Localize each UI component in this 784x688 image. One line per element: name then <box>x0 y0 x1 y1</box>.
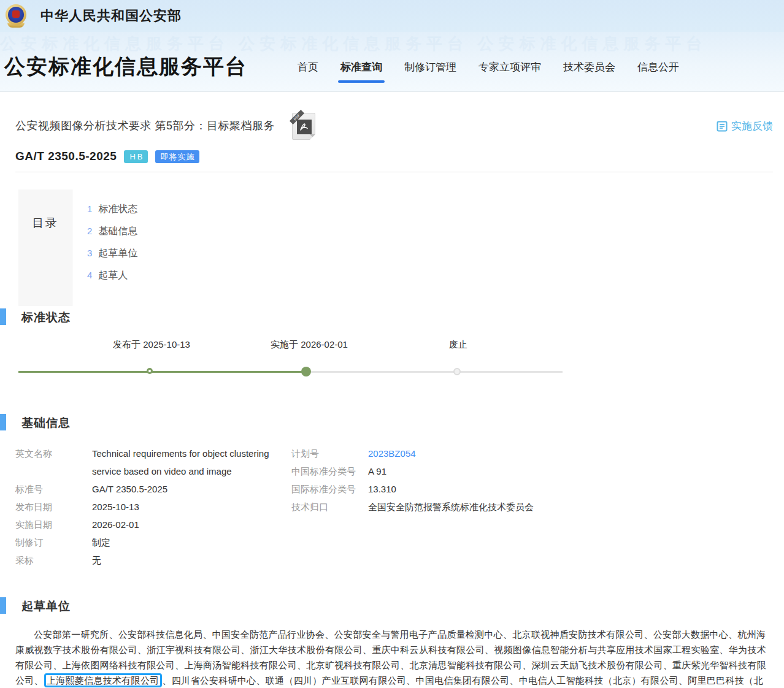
police-emblem-icon <box>5 4 27 28</box>
info-value: 全国安全防范报警系统标准化技术委员会 <box>368 498 534 516</box>
badge-upcoming-implementation: 即将实施 <box>155 150 199 163</box>
toc-title: 目录 <box>18 189 72 306</box>
standard-number: GA/T 2350.5-2025 <box>15 150 117 163</box>
header-divider <box>15 172 773 172</box>
info-row-china-classification: 中国标准分类号 A 91 <box>291 462 684 480</box>
info-row-ics-classification: 国际标准分类号 13.310 <box>291 480 684 498</box>
toc-item-label[interactable]: 基础信息 <box>98 226 137 236</box>
nav-item-expert-review[interactable]: 专家立项评审 <box>478 60 541 83</box>
toc-item-number: 3 <box>87 248 92 258</box>
nav-item-standard-query[interactable]: 标准查询 <box>340 60 382 83</box>
site-title: 公安标准化信息服务平台 <box>4 53 247 81</box>
section-standard-status: 标准状态 发布于 2025-10-13 实施于 2026-02-01 废止 <box>15 310 773 387</box>
standard-title: 公安视频图像分析技术要求 第5部分：目标聚档服务 <box>15 118 275 134</box>
info-row-plan-number: 计划号 2023BZ054 <box>291 445 684 462</box>
status-timeline: 发布于 2025-10-13 实施于 2026-02-01 废止 <box>18 339 563 387</box>
info-row-adoption: 采标 无 <box>15 551 291 569</box>
info-value: 无 <box>92 551 283 569</box>
info-label: 标准号 <box>15 480 92 498</box>
nav-item-revision-management[interactable]: 制修订管理 <box>404 60 456 83</box>
implementation-feedback-link[interactable]: 实施反馈 <box>717 119 773 133</box>
section-heading-drafting-units: 起草单位 <box>15 598 773 614</box>
info-value: 2025-10-13 <box>92 498 283 516</box>
info-row-standard-number: 标准号 GA/T 2350.5-2025 <box>15 480 291 498</box>
toc-item-number: 4 <box>87 270 92 280</box>
timeline-line-future <box>306 371 563 373</box>
info-row-technical-committee: 技术归口 全国安全防范报警系统标准化技术委员会 <box>291 498 684 516</box>
toc-list: 1标准状态 2基础信息 3起草单位 4起草人 <box>72 189 137 306</box>
basic-info-grid: 英文名称 Technical requirements for object c… <box>15 445 773 569</box>
info-value: 13.310 <box>368 480 396 498</box>
info-value: A 91 <box>368 462 386 480</box>
info-value: GA/T 2350.5-2025 <box>92 480 283 498</box>
nav-item-info-disclosure[interactable]: 信息公开 <box>637 60 679 83</box>
info-value: 制定 <box>92 533 283 551</box>
timeline-dot-abolished <box>453 368 461 375</box>
info-label: 制修订 <box>15 533 92 551</box>
ministry-name: 中华人民共和国公安部 <box>40 7 182 25</box>
nav-item-technical-committee[interactable]: 技术委员会 <box>563 60 615 83</box>
info-value: 2026-02-01 <box>92 516 283 533</box>
info-row-english-name: 英文名称 Technical requirements for object c… <box>15 445 291 480</box>
timeline-stop-published: 发布于 2025-10-13 <box>90 339 213 351</box>
section-basic-info: 基础信息 英文名称 Technical requirements for obj… <box>15 415 773 569</box>
timeline-label: 实施于 2026-02-01 <box>248 339 371 351</box>
toc-item-standard-status[interactable]: 1标准状态 <box>87 203 137 216</box>
plan-number-link[interactable]: 2023BZ054 <box>368 445 416 462</box>
document-header: 公安视频图像分析技术要求 第5部分：目标聚档服务 PDF 实施反馈 <box>15 118 773 172</box>
basic-info-left-column: 英文名称 Technical requirements for object c… <box>15 445 291 569</box>
info-row-publish-date: 发布日期 2025-10-13 <box>15 498 291 516</box>
toc-item-number: 2 <box>87 226 92 236</box>
badge-hb: HB <box>124 150 148 163</box>
timeline-stop-implemented: 实施于 2026-02-01 <box>248 339 371 351</box>
toc-item-drafting-units[interactable]: 3起草单位 <box>87 247 137 260</box>
info-label: 中国标准分类号 <box>291 462 368 480</box>
info-label: 采标 <box>15 551 92 569</box>
toc-item-drafters[interactable]: 4起草人 <box>87 269 137 282</box>
info-label: 发布日期 <box>15 498 92 516</box>
info-label: 计划号 <box>291 445 368 462</box>
toc-item-number: 1 <box>87 204 92 214</box>
main-content: 公安视频图像分析技术要求 第5部分：目标聚档服务 PDF 实施反馈 <box>0 118 784 688</box>
info-label: 英文名称 <box>15 445 92 480</box>
header-watermark: 公安标准化信息服务平台 公安标准化信息服务平台 公安标准化信息服务平台 <box>0 33 784 55</box>
section-heading-basic-info: 基础信息 <box>15 415 773 431</box>
section-drafting-units: 起草单位 公安部第一研究所、公安部科技信息化局、中国安全防范产品行业协会、公安部… <box>15 598 773 688</box>
timeline-label: 发布于 2025-10-13 <box>90 339 213 351</box>
toc-item-basic-info[interactable]: 2基础信息 <box>87 225 137 238</box>
feedback-label: 实施反馈 <box>731 119 773 133</box>
pdf-file-icon[interactable]: PDF <box>292 113 315 140</box>
info-value: Technical requirements for object cluste… <box>92 445 283 480</box>
table-of-contents: 目录 1标准状态 2基础信息 3起草单位 4起草人 <box>18 189 773 306</box>
timeline-stop-abolished: 废止 <box>397 339 520 351</box>
drafting-units-paragraph: 公安部第一研究所、公安部科技信息化局、中国安全防范产品行业协会、公安部安全与警用… <box>15 627 773 688</box>
nav-item-home[interactable]: 首页 <box>298 60 318 83</box>
timeline-label: 废止 <box>397 339 520 351</box>
timeline-line-elapsed <box>18 371 306 373</box>
acrobat-glyph-icon <box>297 120 312 134</box>
ministry-top-bar: 中华人民共和国公安部 <box>0 0 784 32</box>
site-header: 公安标准化信息服务平台 公安标准化信息服务平台 公安标准化信息服务平台 公安标准… <box>0 32 784 92</box>
highlighted-company-box: 上海熙菱信息技术有限公司 <box>44 673 162 687</box>
info-label: 实施日期 <box>15 516 92 533</box>
toc-item-label[interactable]: 起草人 <box>98 270 128 280</box>
timeline-dot-published <box>147 368 153 374</box>
info-label: 国际标准分类号 <box>291 480 368 498</box>
info-row-revision-type: 制修订 制定 <box>15 533 291 551</box>
basic-info-right-column: 计划号 2023BZ054 中国标准分类号 A 91 国际标准分类号 13.31… <box>291 445 684 569</box>
feedback-list-icon <box>717 121 728 132</box>
toc-item-label[interactable]: 起草单位 <box>98 248 137 258</box>
section-heading-standard-status: 标准状态 <box>15 310 773 326</box>
info-label: 技术归口 <box>291 498 368 516</box>
toc-item-label[interactable]: 标准状态 <box>98 204 137 214</box>
info-row-implementation-date: 实施日期 2026-02-01 <box>15 516 291 533</box>
timeline-dot-implemented <box>301 367 311 376</box>
main-nav: 首页 标准查询 制修订管理 专家立项评审 技术委员会 信息公开 <box>298 60 701 83</box>
